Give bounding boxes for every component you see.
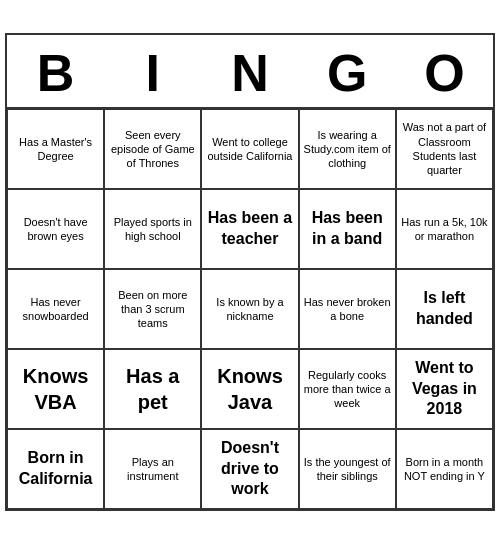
bingo-letter: B xyxy=(7,35,104,107)
bingo-cell: Doesn't have brown eyes xyxy=(7,189,104,269)
bingo-cell: Has never broken a bone xyxy=(299,269,396,349)
bingo-card: BINGO Has a Master's DegreeSeen every ep… xyxy=(5,33,495,511)
bingo-cell: Born in California xyxy=(7,429,104,509)
bingo-cell: Went to Vegas in 2018 xyxy=(396,349,493,429)
bingo-cell: Went to college outside California xyxy=(201,109,298,189)
bingo-cell: Has never snowboarded xyxy=(7,269,104,349)
bingo-cell: Seen every episode of Game of Thrones xyxy=(104,109,201,189)
bingo-cell: Has a pet xyxy=(104,349,201,429)
bingo-letter: G xyxy=(299,35,396,107)
bingo-cell: Is the youngest of their siblings xyxy=(299,429,396,509)
bingo-cell: Plays an instrument xyxy=(104,429,201,509)
bingo-grid: Has a Master's DegreeSeen every episode … xyxy=(7,107,493,509)
bingo-cell: Doesn't drive to work xyxy=(201,429,298,509)
bingo-cell: Has a Master's Degree xyxy=(7,109,104,189)
bingo-cell: Born in a month NOT ending in Y xyxy=(396,429,493,509)
bingo-cell: Was not a part of Classroom Students las… xyxy=(396,109,493,189)
bingo-letter: I xyxy=(104,35,201,107)
bingo-cell: Has run a 5k, 10k or marathon xyxy=(396,189,493,269)
bingo-cell: Is known by a nickname xyxy=(201,269,298,349)
bingo-cell: Played sports in high school xyxy=(104,189,201,269)
bingo-cell: Is left handed xyxy=(396,269,493,349)
bingo-cell: Knows VBA xyxy=(7,349,104,429)
bingo-cell: Knows Java xyxy=(201,349,298,429)
bingo-cell: Has been a teacher xyxy=(201,189,298,269)
bingo-cell: Has been in a band xyxy=(299,189,396,269)
bingo-header: BINGO xyxy=(7,35,493,107)
bingo-cell: Is wearing a Study.com item of clothing xyxy=(299,109,396,189)
bingo-letter: N xyxy=(201,35,298,107)
bingo-letter: O xyxy=(396,35,493,107)
bingo-cell: Regularly cooks more than twice a week xyxy=(299,349,396,429)
bingo-cell: Been on more than 3 scrum teams xyxy=(104,269,201,349)
